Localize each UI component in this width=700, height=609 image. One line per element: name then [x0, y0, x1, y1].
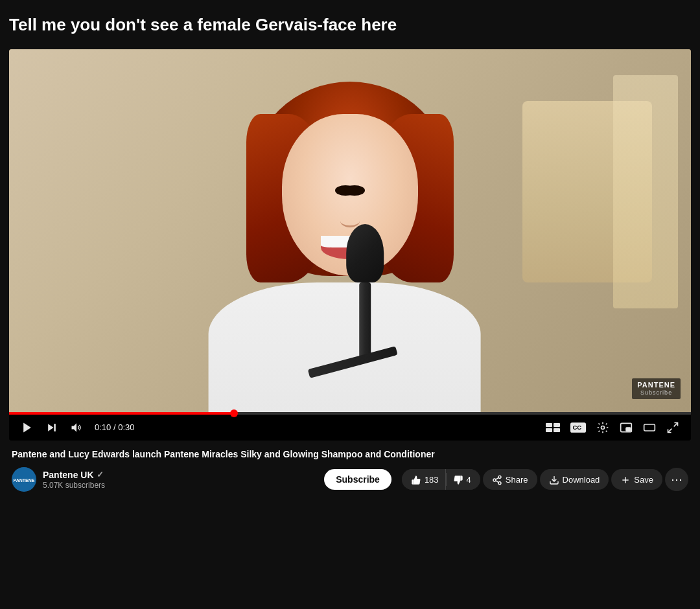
- thumbs-up-icon: [411, 474, 421, 485]
- channel-info: Pantene UK ✓ 5.07K subscribers: [43, 470, 314, 490]
- settings-button[interactable]: [594, 420, 612, 435]
- like-button[interactable]: 183: [402, 469, 446, 490]
- svg-marker-1: [48, 424, 53, 431]
- svg-point-20: [498, 482, 501, 485]
- video-player[interactable]: PANTENE Subscribe: [9, 49, 691, 441]
- verified-icon: ✓: [97, 470, 104, 479]
- bg-light-panel2: [613, 75, 678, 308]
- save-icon: [620, 474, 631, 485]
- more-options-button[interactable]: ⋯: [665, 468, 688, 491]
- download-svg: [549, 475, 559, 485]
- volume-icon: [70, 421, 83, 434]
- svg-rect-5: [554, 423, 560, 427]
- video-thumbnail[interactable]: PANTENE Subscribe: [9, 49, 691, 412]
- svg-point-10: [601, 426, 605, 429]
- play-icon: [21, 421, 34, 434]
- action-buttons: 183 4: [402, 468, 688, 491]
- microphone: [346, 224, 384, 360]
- video-title: Tell me you don't see a female Gervais-f…: [9, 12, 691, 39]
- svg-line-22: [496, 478, 499, 480]
- more-icon: ⋯: [671, 472, 682, 487]
- video-meta-section: Pantene and Lucy Edwards launch Pantene …: [9, 441, 691, 498]
- svg-text:CC: CC: [572, 424, 581, 431]
- svg-rect-4: [546, 423, 552, 427]
- thumbs-down-icon: [453, 474, 463, 485]
- channel-row: PANTENE Pantene UK ✓ 5.07K subscribers S…: [12, 467, 688, 492]
- download-button[interactable]: Download: [540, 469, 609, 490]
- save-button[interactable]: Save: [611, 469, 662, 490]
- channel-avatar[interactable]: PANTENE: [12, 467, 36, 492]
- share-button[interactable]: Share: [483, 469, 537, 490]
- channel-name-row: Pantene UK ✓: [43, 470, 314, 480]
- share-svg: [492, 475, 502, 485]
- next-icon: [45, 421, 58, 434]
- like-dislike-group: 183 4: [402, 469, 480, 490]
- cc-button[interactable]: CC: [568, 420, 589, 435]
- svg-line-21: [496, 481, 499, 483]
- thumbs-down-svg: [453, 475, 463, 485]
- mic-body: [359, 282, 371, 360]
- share-icon: [492, 474, 502, 485]
- chapters-icon: [546, 423, 560, 432]
- body-shirt: [209, 282, 481, 412]
- page-container: Tell me you don't see a female Gervais-f…: [0, 0, 700, 497]
- download-icon: [549, 474, 559, 485]
- svg-line-15: [668, 428, 672, 432]
- progress-fill: [9, 412, 234, 415]
- next-button[interactable]: [43, 420, 61, 435]
- chapters-button[interactable]: [543, 422, 563, 433]
- theater-button[interactable]: [640, 420, 659, 435]
- svg-rect-13: [644, 424, 655, 431]
- theater-icon: [643, 421, 656, 434]
- channel-subscribers: 5.07K subscribers: [43, 481, 314, 490]
- svg-point-18: [498, 476, 501, 479]
- settings-icon: [596, 421, 609, 434]
- eye-right: [344, 185, 365, 196]
- svg-marker-3: [72, 423, 77, 431]
- miniplayer-icon: [620, 421, 633, 434]
- time-display: 0:10 / 0:30: [95, 422, 134, 432]
- save-svg: [620, 475, 631, 485]
- pantene-watermark: PANTENE Subscribe: [632, 378, 681, 399]
- svg-line-14: [674, 422, 678, 426]
- svg-marker-0: [23, 422, 31, 432]
- svg-text:PANTENE: PANTENE: [14, 478, 35, 483]
- channel-avatar-text: PANTENE: [13, 468, 35, 490]
- volume-button[interactable]: [67, 420, 86, 435]
- mic-head: [346, 224, 384, 282]
- svg-rect-7: [554, 428, 560, 432]
- svg-rect-12: [626, 428, 631, 431]
- fullscreen-icon: [666, 421, 679, 434]
- subscribe-button[interactable]: Subscribe: [324, 469, 391, 490]
- svg-rect-2: [54, 424, 56, 431]
- play-button[interactable]: [18, 420, 36, 435]
- dislike-button[interactable]: 4: [447, 469, 480, 490]
- progress-dot: [230, 409, 238, 417]
- ctrl-right: CC: [543, 420, 682, 435]
- video-description-title: Pantene and Lucy Edwards launch Pantene …: [12, 448, 688, 461]
- svg-point-19: [493, 479, 496, 481]
- progress-bar[interactable]: [9, 412, 691, 415]
- cc-icon: CC: [570, 422, 586, 433]
- controls-bar: 0:10 / 0:30: [9, 415, 691, 441]
- fullscreen-button[interactable]: [664, 420, 682, 435]
- pantene-logo-icon: PANTENE: [13, 468, 35, 490]
- svg-rect-6: [546, 428, 552, 432]
- thumbs-up-svg: [411, 475, 421, 485]
- miniplayer-button[interactable]: [617, 420, 635, 435]
